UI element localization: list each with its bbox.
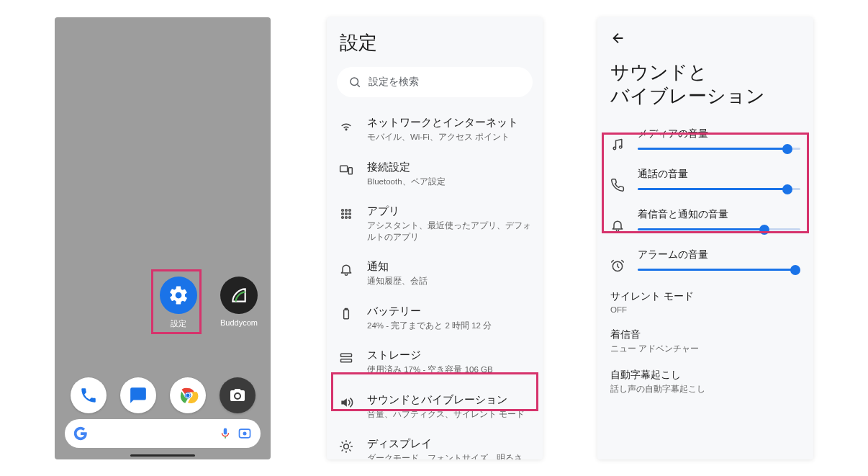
svg-point-24	[344, 444, 349, 449]
settings-row-title: ストレージ	[367, 349, 531, 362]
wifi-icon	[338, 117, 354, 133]
home-screen: 設定 Buddycom	[55, 17, 271, 459]
buddycom-icon	[220, 277, 258, 314]
settings-row-title: サウンドとバイブレーション	[367, 393, 531, 407]
row-sub: 話し声の自動字幕起こし	[610, 384, 800, 395]
dock-phone[interactable]	[71, 377, 107, 413]
svg-point-12	[345, 210, 348, 212]
settings-row-sub: 使用済み 17% - 空き容量 106 GB	[367, 364, 531, 376]
svg-rect-20	[344, 310, 349, 319]
svg-rect-21	[345, 308, 347, 310]
bell-icon	[610, 218, 625, 233]
home-indicator	[130, 454, 195, 457]
settings-row[interactable]: アプリ アシスタント、最近使ったアプリ、デフォルトのアプリ	[327, 196, 543, 251]
slider-label: アラームの音量	[638, 248, 800, 261]
alarm-icon	[610, 259, 625, 273]
volume-slider-row: 通話の音量	[597, 162, 813, 202]
app-settings-label: 設定	[155, 318, 202, 329]
svg-point-15	[345, 213, 348, 215]
settings-row-title: アプリ	[367, 205, 531, 218]
devices-icon	[338, 162, 354, 178]
settings-row-sub: ダークモード、フォントサイズ、明るさ	[367, 453, 531, 459]
phone-icon	[610, 178, 625, 192]
row-title: 着信音	[610, 328, 800, 341]
settings-title: 設定	[327, 17, 543, 63]
home-search-bar[interactable]	[65, 419, 261, 448]
svg-point-3	[186, 394, 189, 398]
settings-row-title: 接続設定	[367, 161, 531, 174]
dock-chrome[interactable]	[170, 377, 206, 413]
svg-rect-10	[348, 167, 352, 174]
google-g-icon	[73, 426, 88, 441]
sound-setting-row[interactable]: 着信音 ニュー アドベンチャー	[597, 321, 813, 362]
volume-icon	[338, 395, 354, 410]
settings-row[interactable]: ネットワークとインターネット モバイル、Wi-Fi、アクセス ポイント	[327, 107, 543, 152]
slider-label: 通話の音量	[638, 168, 800, 181]
search-icon	[348, 76, 361, 89]
slider-label: 着信音と通知の音量	[638, 208, 800, 221]
settings-row[interactable]: サウンドとバイブレーション 音量、ハプティクス、サイレント モード	[327, 385, 543, 429]
gear-icon	[160, 277, 197, 314]
svg-point-18	[345, 217, 348, 219]
svg-point-16	[349, 213, 351, 215]
settings-row-title: ネットワークとインターネット	[367, 116, 531, 130]
settings-row[interactable]: 通知 通知履歴、会話	[327, 251, 543, 296]
svg-rect-23	[341, 359, 352, 362]
apps-icon	[338, 206, 354, 222]
svg-point-8	[345, 129, 347, 130]
slider[interactable]	[638, 269, 800, 271]
mic-icon[interactable]	[219, 427, 232, 440]
row-title: サイレント モード	[610, 290, 800, 303]
svg-point-26	[620, 146, 622, 148]
sound-title: サウンドとバイブレーション	[597, 17, 813, 122]
settings-search[interactable]: 設定を検索	[337, 67, 533, 97]
dock-camera[interactable]	[220, 377, 256, 413]
slider[interactable]	[638, 188, 800, 190]
svg-point-7	[351, 78, 358, 86]
svg-rect-22	[341, 354, 352, 356]
battery-icon	[338, 306, 354, 322]
sound-screen: サウンドとバイブレーション メディアの音量 通話の音量 着信音と通知の音量	[597, 17, 813, 459]
svg-point-19	[349, 217, 351, 219]
settings-row-sub: 24% - 完了まであと 2 時間 12 分	[367, 320, 531, 332]
display-icon	[338, 439, 354, 454]
svg-point-17	[342, 217, 344, 219]
volume-slider-row: アラームの音量	[597, 243, 813, 283]
bell-icon	[338, 261, 354, 277]
settings-row[interactable]: ストレージ 使用済み 17% - 空き容量 106 GB	[327, 340, 543, 385]
settings-row-sub: アシスタント、最近使ったアプリ、デフォルトのアプリ	[367, 220, 531, 243]
settings-row[interactable]: ディスプレイ ダークモード、フォントサイズ、明るさ	[327, 428, 543, 459]
home-app-row: 設定 Buddycom	[55, 277, 271, 329]
settings-row-title: バッテリー	[367, 305, 531, 318]
app-settings[interactable]: 設定	[155, 277, 202, 329]
svg-point-13	[349, 210, 351, 212]
settings-row[interactable]: バッテリー 24% - 完了まであと 2 時間 12 分	[327, 296, 543, 341]
back-button[interactable]	[610, 30, 626, 46]
slider[interactable]	[638, 228, 800, 230]
settings-row-sub: Bluetooth、ペア設定	[367, 176, 531, 188]
lens-icon[interactable]	[238, 426, 252, 441]
svg-point-6	[243, 432, 247, 436]
svg-rect-9	[340, 166, 348, 171]
svg-point-25	[613, 147, 615, 149]
sound-setting-row[interactable]: 自動字幕起こし 話し声の自動字幕起こし	[597, 362, 813, 402]
app-buddycom[interactable]: Buddycom	[216, 277, 262, 329]
settings-row-title: ディスプレイ	[367, 437, 531, 451]
note-icon	[610, 138, 625, 152]
settings-row-sub: モバイル、Wi-Fi、アクセス ポイント	[367, 132, 531, 143]
app-buddycom-label: Buddycom	[216, 318, 262, 327]
row-sub: ニュー アドベンチャー	[610, 343, 800, 354]
volume-slider-row: メディアの音量	[597, 122, 813, 162]
svg-point-14	[342, 213, 344, 215]
sound-setting-row[interactable]: サイレント モード OFF	[597, 283, 813, 321]
svg-point-11	[342, 210, 344, 212]
volume-slider-row: 着信音と通知の音量	[597, 202, 813, 243]
settings-row[interactable]: 接続設定 Bluetooth、ペア設定	[327, 152, 543, 197]
svg-point-4	[235, 394, 240, 398]
settings-search-placeholder: 設定を検索	[369, 76, 419, 89]
slider[interactable]	[638, 148, 800, 150]
row-title: 自動字幕起こし	[610, 369, 800, 382]
settings-row-sub: 音量、ハプティクス、サイレント モード	[367, 409, 531, 421]
settings-screen: 設定 設定を検索 ネットワークとインターネット モバイル、Wi-Fi、アクセス …	[327, 17, 543, 459]
dock-messages[interactable]	[120, 377, 156, 413]
